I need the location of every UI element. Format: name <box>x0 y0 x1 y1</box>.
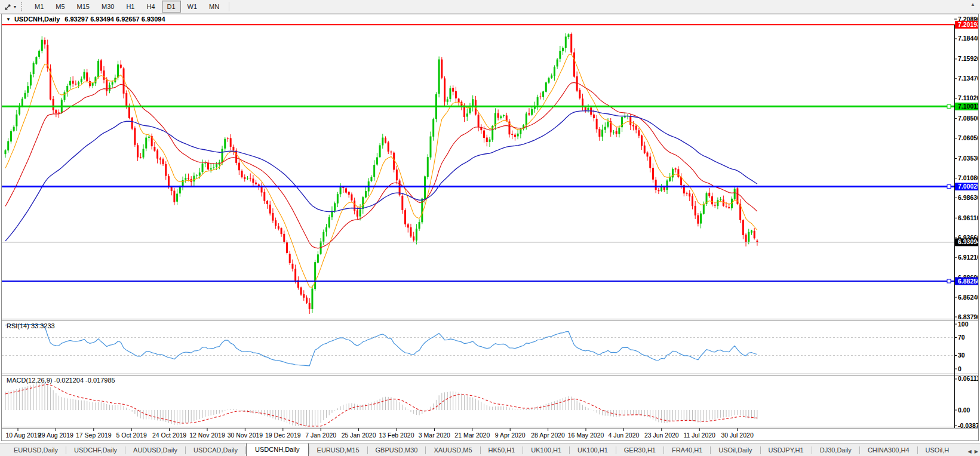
timeframe-button-d1[interactable]: D1 <box>162 1 181 13</box>
svg-text:7 Jan 2020: 7 Jan 2020 <box>305 432 336 439</box>
svg-text:24 Oct 2019: 24 Oct 2019 <box>152 432 186 439</box>
svg-text:7.18440: 7.18440 <box>958 35 978 42</box>
hline-7.10011[interactable]: 7.10011 <box>2 103 978 110</box>
symbol-tab-usdcad-daily[interactable]: USDCAD,Daily <box>186 444 245 456</box>
svg-text:-0.038777: -0.038777 <box>958 422 978 429</box>
svg-text:29 Aug 2019: 29 Aug 2019 <box>38 432 73 439</box>
timeframe-button-m5[interactable]: M5 <box>50 1 70 13</box>
symbol-tab-uk100-h1[interactable]: UK100,H1 <box>523 444 569 456</box>
svg-text:6.98630: 6.98630 <box>958 194 978 201</box>
hline-6.88250[interactable]: 6.88250 <box>2 278 978 285</box>
svg-text:10 Aug 2019: 10 Aug 2019 <box>6 432 41 439</box>
ma-slow-line <box>5 111 757 241</box>
hline-handle[interactable] <box>947 185 951 189</box>
toolbar-grip-handle[interactable] <box>21 2 24 11</box>
candles-layer <box>5 33 758 314</box>
svg-text:7.00029: 7.00029 <box>958 183 978 190</box>
svg-text:100: 100 <box>958 321 969 328</box>
toolbar-overflow-icon[interactable]: ▲ <box>970 2 975 7</box>
rsi-panel: 10070300RSI(14) 33.3233 <box>2 321 969 372</box>
svg-text:6.86240: 6.86240 <box>958 294 978 301</box>
symbol-tab-usoil-daily[interactable]: USOil,Daily <box>711 444 760 456</box>
ma-mid-line <box>5 82 757 248</box>
chevron-down-icon[interactable]: ▾ <box>14 4 16 10</box>
date-axis[interactable]: 10 Aug 201929 Aug 201917 Sep 20195 Oct 2… <box>6 429 754 439</box>
timeframe-button-w1[interactable]: W1 <box>182 1 203 13</box>
svg-text:9 Apr 2020: 9 Apr 2020 <box>495 432 526 439</box>
symbol-tab-fra40-h1[interactable]: FRA40,H1 <box>664 444 710 456</box>
symbol-tabs: EURUSD,DailyUSDCHF,DailyAUDUSD,DailyUSDC… <box>6 443 957 456</box>
timeframe-button-m1[interactable]: M1 <box>29 1 49 13</box>
svg-text:5 Oct 2019: 5 Oct 2019 <box>116 432 148 439</box>
svg-text:30 Jul 2020: 30 Jul 2020 <box>721 432 753 439</box>
symbol-tab-xauusd-m5[interactable]: XAUUSD,M5 <box>426 444 480 456</box>
symbol-tab-usdchf-daily[interactable]: USDCHF,Daily <box>66 444 125 456</box>
svg-text:19 Dec 2019: 19 Dec 2019 <box>265 432 301 439</box>
chart-symbol-title: USDCNH,Daily <box>14 16 60 23</box>
chart-ohlc-readout: 6.93297 6.93494 6.92657 6.93094 <box>64 16 165 23</box>
symbol-tab-hk50-h1[interactable]: HK50,H1 <box>481 444 523 456</box>
svg-text:6.96110: 6.96110 <box>958 214 978 221</box>
svg-text:0: 0 <box>958 365 961 372</box>
symbol-tab-usoil-h[interactable]: USOil,H <box>918 444 957 456</box>
svg-text:6.91210: 6.91210 <box>958 254 978 261</box>
svg-text:7.13470: 7.13470 <box>958 75 978 82</box>
symbol-tab-china300-h4[interactable]: CHINA300,H4 <box>860 444 917 456</box>
symbol-tab-gbpusd-m30[interactable]: GBPUSD,M30 <box>368 444 426 456</box>
svg-text:30: 30 <box>958 352 965 359</box>
timeframe-buttons: M1M5M15M30H1H4D1W1MN <box>29 1 225 13</box>
svg-text:4 Jun 2020: 4 Jun 2020 <box>608 432 639 439</box>
svg-text:6.88250: 6.88250 <box>958 278 978 285</box>
hline-handle[interactable] <box>947 279 951 283</box>
svg-text:7.03530: 7.03530 <box>958 155 978 162</box>
svg-text:30 Nov 2019: 30 Nov 2019 <box>228 432 263 439</box>
tab-scroll-right-icon[interactable]: ▶ <box>975 449 978 454</box>
svg-text:70: 70 <box>958 334 965 341</box>
macd-histogram <box>5 383 757 426</box>
svg-text:7.10011: 7.10011 <box>958 103 978 110</box>
trading-platform: ▾ M1M5M15M30H1H4D1W1MN ▲ ▼USDCNH,Daily6.… <box>0 0 980 456</box>
symbol-tab-ger30-h1[interactable]: GER30,H1 <box>616 444 663 456</box>
macd-panel: 0.0611190.00-0.038777MACD(12,26,9) -0.02… <box>5 375 978 429</box>
chart-title-bar: ▼USDCNH,Daily6.93297 6.93494 6.92657 6.9… <box>2 14 978 24</box>
timeframe-button-h4[interactable]: H4 <box>141 1 160 13</box>
timeframe-button-h1[interactable]: H1 <box>121 1 140 13</box>
svg-text:12 Nov 2019: 12 Nov 2019 <box>189 432 225 439</box>
price-axis[interactable]: 7.208907.184407.159207.134707.110207.085… <box>954 16 978 321</box>
tab-scroll-left-icon[interactable]: ◀ <box>967 449 971 454</box>
timeframe-toolbar: ▾ M1M5M15M30H1H4D1W1MN ▲ <box>0 0 980 14</box>
current-price-marker: 6.93094 <box>2 238 978 246</box>
timeframe-button-m30[interactable]: M30 <box>96 1 119 13</box>
tab-scroll-arrows: ◀ ▶ <box>963 449 978 454</box>
svg-text:17 Sep 2019: 17 Sep 2019 <box>76 432 112 439</box>
toolbar-divider <box>229 2 229 11</box>
svg-text:28 Apr 2020: 28 Apr 2020 <box>531 432 565 439</box>
chart-canvas[interactable]: 7.208907.184407.159207.134707.110207.085… <box>2 14 978 440</box>
symbol-tab-eurusd-daily[interactable]: EURUSD,Daily <box>6 444 66 456</box>
symbol-tab-usdjpy-h1[interactable]: USDJPY,H1 <box>761 444 812 456</box>
svg-text:7.11020: 7.11020 <box>958 94 978 101</box>
cursor-arrows-icon <box>4 3 12 11</box>
hline-7.00029[interactable]: 7.00029 <box>2 183 978 190</box>
symbol-tab-audusd-daily[interactable]: AUDUSD,Daily <box>125 444 185 456</box>
rsi-label: RSI(14) 33.3233 <box>7 322 55 329</box>
svg-text:11 Jul 2020: 11 Jul 2020 <box>683 432 715 439</box>
svg-text:7.01080: 7.01080 <box>958 174 978 181</box>
symbol-tab-uk100-h1[interactable]: UK100,H1 <box>570 444 616 456</box>
symbol-tab-dj30-daily[interactable]: DJ30,Daily <box>812 444 859 456</box>
symbol-tab-eurusd-m15[interactable]: EURUSD,M15 <box>309 444 367 456</box>
symbol-tab-usdcnh-daily[interactable]: USDCNH,Daily <box>246 443 309 456</box>
ma-fast-line <box>5 54 757 287</box>
symbol-tab-bar: EURUSD,DailyUSDCHF,DailyAUDUSD,DailyUSDC… <box>0 443 980 456</box>
timeframe-button-m15[interactable]: M15 <box>72 1 95 13</box>
svg-text:23 Jun 2020: 23 Jun 2020 <box>644 432 679 439</box>
svg-text:6.93094: 6.93094 <box>958 238 978 245</box>
svg-text:21 Mar 2020: 21 Mar 2020 <box>454 432 490 439</box>
rsi-line <box>5 324 757 366</box>
svg-text:7.08500: 7.08500 <box>958 115 978 122</box>
timeframe-button-mn[interactable]: MN <box>204 1 225 13</box>
hline-handle[interactable] <box>947 104 951 108</box>
chart-tool-icon[interactable] <box>3 2 13 11</box>
chart-window: ▼USDCNH,Daily6.93297 6.93494 6.92657 6.9… <box>1 14 979 441</box>
svg-text:0.061119: 0.061119 <box>958 375 978 382</box>
